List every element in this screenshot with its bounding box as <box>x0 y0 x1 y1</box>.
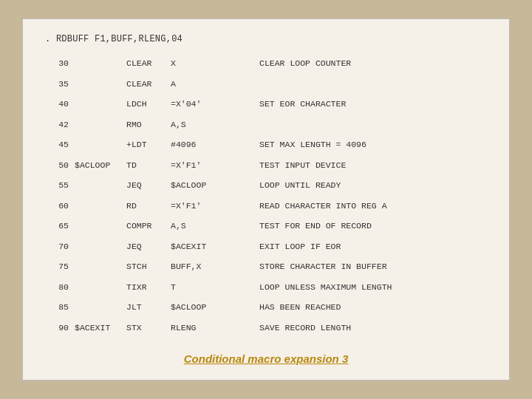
line-number: 65 <box>45 220 72 241</box>
comment: LOOP UNTIL READY <box>256 180 487 200</box>
comment <box>256 78 487 99</box>
label <box>72 261 123 282</box>
comment: HAS BEEN REACHED <box>256 301 487 322</box>
top-line: . RDBUFF F1,BUFF,RLENG,04 <box>45 34 487 44</box>
label <box>72 180 123 200</box>
label <box>72 220 123 241</box>
line-number: 60 <box>45 200 72 221</box>
line-number: 40 <box>45 98 72 119</box>
opcode: RMO <box>123 119 168 140</box>
label <box>72 58 123 78</box>
table-row: 45 +LDT #4096 SET MAX LENGTH = 4096 <box>45 139 487 160</box>
opcode: TD <box>123 160 168 180</box>
comment: SET MAX LENGTH = 4096 <box>256 139 487 160</box>
comment: SET EOR CHARACTER <box>256 98 487 119</box>
table-row: 90 $ACEXIT STX RLENG SAVE RECORD LENGTH <box>45 322 487 343</box>
operand: =X'F1' <box>168 200 256 221</box>
table-row: 30 CLEAR X CLEAR LOOP COUNTER <box>45 58 487 78</box>
label <box>72 241 123 262</box>
table-row: 40 LDCH =X'04' SET EOR CHARACTER <box>45 98 487 119</box>
line-number: 42 <box>45 119 72 140</box>
opcode: +LDT <box>123 139 168 160</box>
table-row: 65 COMPR A,S TEST FOR END OF RECORD <box>45 220 487 241</box>
label <box>72 98 123 119</box>
opcode: STCH <box>123 261 168 282</box>
opcode: TIXR <box>123 282 168 302</box>
comment <box>256 119 487 140</box>
opcode: RD <box>123 200 168 221</box>
comment: CLEAR LOOP COUNTER <box>256 58 487 78</box>
operand: A,S <box>168 119 256 140</box>
operand: #4096 <box>168 139 256 160</box>
table-row: 35 CLEAR A <box>45 78 487 99</box>
label: $ACEXIT <box>72 322 123 343</box>
comment: LOOP UNLESS MAXIMUM LENGTH <box>256 282 487 302</box>
label <box>72 139 123 160</box>
operand: A,S <box>168 220 256 241</box>
line-number: 35 <box>45 78 72 99</box>
opcode: JEQ <box>123 241 168 262</box>
opcode: JLT <box>123 301 168 322</box>
line-number: 50 <box>45 160 72 180</box>
line-number: 45 <box>45 139 72 160</box>
comment: SAVE RECORD LENGTH <box>256 322 487 343</box>
caption: Conditional macro expansion 3 <box>45 352 487 365</box>
table-row: 42 RMO A,S <box>45 119 487 140</box>
table-row: 70 JEQ $ACEXIT EXIT LOOP IF EOR <box>45 241 487 262</box>
table-row: 75 STCH BUFF,X STORE CHARACTER IN BUFFER <box>45 261 487 282</box>
slide-container: . RDBUFF F1,BUFF,RLENG,04 30 CLEAR X CLE… <box>22 18 510 381</box>
table-row: 60 RD =X'F1' READ CHARACTER INTO REG A <box>45 200 487 221</box>
line-number: 80 <box>45 282 72 302</box>
operand: X <box>168 58 256 78</box>
operand: $ACLOOP <box>168 301 256 322</box>
label <box>72 78 123 99</box>
table-row: 50 $ACLOOP TD =X'F1' TEST INPUT DEVICE <box>45 160 487 180</box>
comment: TEST FOR END OF RECORD <box>256 220 487 241</box>
label: $ACLOOP <box>72 160 123 180</box>
code-table: 30 CLEAR X CLEAR LOOP COUNTER 35 CLEAR A… <box>45 58 487 342</box>
table-row: 85 JLT $ACLOOP HAS BEEN REACHED <box>45 301 487 322</box>
line-number: 85 <box>45 301 72 322</box>
label <box>72 200 123 221</box>
opcode: JEQ <box>123 180 168 200</box>
line-number: 70 <box>45 241 72 262</box>
opcode: STX <box>123 322 168 343</box>
line-number: 75 <box>45 261 72 282</box>
operand: $ACEXIT <box>168 241 256 262</box>
opcode: CLEAR <box>123 58 168 78</box>
table-row: 80 TIXR T LOOP UNLESS MAXIMUM LENGTH <box>45 282 487 302</box>
table-row: 55 JEQ $ACLOOP LOOP UNTIL READY <box>45 180 487 200</box>
line-number: 55 <box>45 180 72 200</box>
operand: RLENG <box>168 322 256 343</box>
operand: $ACLOOP <box>168 180 256 200</box>
operand: T <box>168 282 256 302</box>
label <box>72 119 123 140</box>
operand: BUFF,X <box>168 261 256 282</box>
opcode: CLEAR <box>123 78 168 99</box>
comment: STORE CHARACTER IN BUFFER <box>256 261 487 282</box>
label <box>72 282 123 302</box>
opcode: COMPR <box>123 220 168 241</box>
operand: A <box>168 78 256 99</box>
comment: TEST INPUT DEVICE <box>256 160 487 180</box>
line-number: 30 <box>45 58 72 78</box>
operand: =X'04' <box>168 98 256 119</box>
line-number: 90 <box>45 322 72 343</box>
comment: READ CHARACTER INTO REG A <box>256 200 487 221</box>
operand: =X'F1' <box>168 160 256 180</box>
comment: EXIT LOOP IF EOR <box>256 241 487 262</box>
opcode: LDCH <box>123 98 168 119</box>
label <box>72 301 123 322</box>
